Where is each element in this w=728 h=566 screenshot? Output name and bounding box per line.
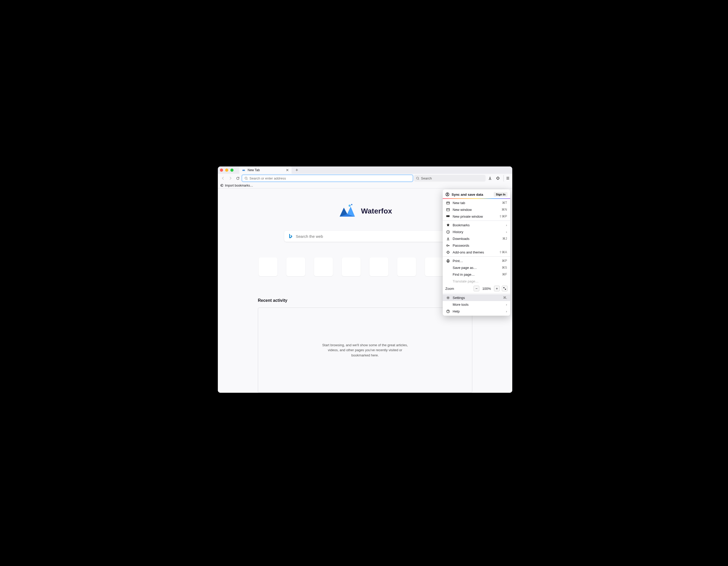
history-icon	[446, 230, 450, 234]
svg-point-1	[417, 177, 419, 179]
address-bar[interactable]	[242, 175, 413, 182]
forward-button[interactable]	[227, 175, 234, 181]
brand-name: Waterfox	[361, 207, 392, 215]
app-menu-panel: Sync and save data Sign In New tab ⌘T Ne…	[443, 190, 510, 316]
private-window-icon	[446, 214, 450, 219]
fullscreen-button[interactable]	[502, 285, 508, 291]
import-bookmarks-link[interactable]: Import bookmarks…	[225, 184, 253, 187]
top-site-tile[interactable]	[286, 258, 305, 276]
tab-bar: New Tab ✕ +	[218, 167, 512, 174]
recent-activity-empty: Start browsing, and we'll show some of t…	[258, 307, 472, 393]
top-site-tile[interactable]	[397, 258, 416, 276]
zoom-out-button[interactable]: −	[474, 285, 479, 291]
svg-point-0	[245, 177, 247, 179]
svg-point-10	[446, 245, 448, 246]
maximize-window-button[interactable]	[230, 169, 234, 172]
app-menu-button[interactable]	[503, 175, 510, 182]
menu-new-tab[interactable]: New tab ⌘T	[443, 199, 510, 206]
menu-print[interactable]: Print… ⌘P	[443, 258, 510, 264]
zoom-value: 100%	[481, 286, 492, 290]
zoom-in-button[interactable]: +	[494, 285, 500, 291]
new-tab-button[interactable]: +	[294, 168, 300, 173]
zoom-label: Zoom	[445, 286, 471, 290]
menu-new-private-window[interactable]: New private window ⇧⌘P	[443, 213, 510, 220]
toolbar: Search	[218, 174, 512, 183]
menu-more-tools[interactable]: More tools ›	[443, 301, 510, 308]
sign-in-button[interactable]: Sign In	[494, 192, 508, 197]
menu-history[interactable]: History ›	[443, 229, 510, 235]
waterfox-logo-icon	[338, 203, 356, 219]
bookmarks-toolbar: Import bookmarks…	[218, 183, 512, 189]
chevron-right-icon: ›	[506, 302, 507, 306]
print-icon	[446, 259, 450, 263]
bing-icon	[288, 233, 293, 239]
passwords-icon	[446, 243, 450, 248]
chevron-right-icon: ›	[506, 309, 507, 313]
menu-find-in-page[interactable]: Find in page… ⌘F	[443, 271, 510, 278]
chevron-right-icon: ›	[506, 230, 507, 234]
web-search-box[interactable]	[284, 231, 446, 242]
address-input[interactable]	[249, 176, 410, 180]
menu-help[interactable]: Help ›	[443, 308, 510, 314]
browser-window: New Tab ✕ + Search Import bookmarks… Wat…	[218, 167, 512, 393]
search-placeholder: Search	[421, 176, 432, 180]
menu-settings[interactable]: Settings ⌘,	[443, 294, 510, 301]
gear-icon	[446, 295, 450, 300]
top-site-tile[interactable]	[425, 258, 444, 276]
top-site-tile[interactable]	[259, 258, 277, 276]
menu-new-window[interactable]: New window ⌘N	[443, 206, 510, 213]
recent-activity-section: Recent activity Start browsing, and we'l…	[258, 298, 472, 393]
svg-rect-12	[447, 259, 449, 260]
downloads-button[interactable]	[487, 175, 493, 182]
recent-activity-message: Start browsing, and we'll show some of t…	[321, 342, 409, 358]
menu-zoom-row: Zoom − 100% +	[443, 284, 510, 292]
menu-addons[interactable]: Add-ons and themes ⇧⌘A	[443, 249, 510, 256]
bookmarks-icon	[446, 223, 450, 227]
menu-sync-row: Sync and save data Sign In	[443, 191, 510, 198]
downloads-icon	[446, 237, 450, 241]
top-sites	[259, 258, 471, 276]
svg-point-4	[351, 204, 352, 206]
svg-rect-13	[447, 261, 449, 263]
back-button[interactable]	[220, 175, 226, 181]
search-icon	[416, 177, 419, 180]
account-icon	[445, 192, 450, 197]
menu-sync-title: Sync and save data	[452, 193, 492, 197]
search-box[interactable]: Search	[414, 175, 486, 182]
reload-button[interactable]	[235, 175, 241, 181]
menu-accent-divider	[443, 198, 510, 199]
svg-point-6	[447, 193, 448, 195]
svg-rect-8	[446, 208, 449, 211]
close-tab-icon[interactable]: ✕	[286, 168, 289, 172]
new-window-icon	[446, 208, 450, 212]
brand-row: Waterfox	[338, 203, 392, 219]
new-tab-icon	[446, 201, 450, 205]
waterfox-favicon-icon	[242, 168, 246, 172]
menu-passwords[interactable]: Passwords	[443, 242, 510, 249]
extensions-button[interactable]	[494, 175, 501, 182]
close-window-button[interactable]	[220, 169, 223, 172]
top-site-tile[interactable]	[314, 258, 333, 276]
svg-point-3	[349, 205, 351, 207]
chevron-right-icon: ›	[506, 223, 507, 227]
menu-bookmarks[interactable]: Bookmarks ›	[443, 222, 510, 229]
addons-icon	[446, 250, 450, 254]
menu-downloads[interactable]: Downloads ⌘J	[443, 235, 510, 242]
top-site-tile[interactable]	[342, 258, 361, 276]
window-controls	[220, 169, 234, 172]
help-icon	[446, 309, 450, 313]
svg-point-14	[447, 297, 448, 298]
svg-rect-7	[446, 202, 449, 204]
menu-translate-page: Translate page…	[443, 278, 510, 284]
web-search-input[interactable]	[296, 234, 442, 239]
search-icon	[244, 177, 248, 180]
menu-save-page-as[interactable]: Save page as… ⌘S	[443, 264, 510, 271]
browser-tab[interactable]: New Tab ✕	[239, 167, 292, 174]
minimize-window-button[interactable]	[225, 169, 228, 172]
tab-title: New Tab	[248, 168, 284, 172]
recent-activity-heading: Recent activity	[258, 298, 472, 303]
top-site-tile[interactable]	[369, 258, 388, 276]
import-bookmarks-icon	[220, 184, 223, 187]
